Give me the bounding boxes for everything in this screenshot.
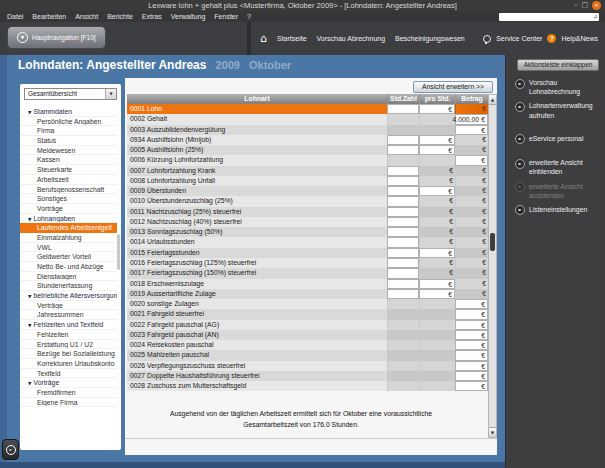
home-icon[interactable]: ⌂ (260, 33, 267, 44)
table-row-0027[interactable]: 0027 Doppelte Haushaltsführung steuerfre… (127, 371, 488, 381)
stdzahl-cell[interactable] (387, 258, 419, 268)
collapse-actionbar-button[interactable]: Aktionsleiste einklappen (517, 59, 599, 71)
table-row-0019[interactable]: 0019 Aussertarifliche Zulage€€ (127, 289, 488, 299)
maximize-icon[interactable]: □ (581, 1, 588, 10)
action-item-1[interactable]: ►Lohnartenverwaltung aufrufen (515, 101, 603, 119)
tree-item-14[interactable]: VWL (20, 243, 117, 253)
table-row-0011[interactable]: 0011 Nachtzuschlag (25%) steuerfrei€€ (127, 207, 488, 217)
menu-item-0[interactable]: Datei (7, 13, 23, 20)
betrag-cell[interactable]: € (455, 155, 488, 165)
betrag-cell[interactable]: € (455, 330, 488, 340)
prostd-cell[interactable]: € (419, 289, 455, 299)
table-row-0024[interactable]: 0024 Reisekosten pauschal€ (127, 340, 488, 350)
scrollbar-thumb[interactable] (490, 233, 495, 251)
bulb-icon[interactable] (483, 35, 491, 43)
help-news-link[interactable]: Help&News (561, 35, 598, 42)
table-row-0007[interactable]: 0007 Lohnfortzahlung Krank€€ (127, 166, 488, 176)
table-row-0016[interactable]: 0016 Feiertagszuschlag (125%) steuerfrei… (127, 258, 488, 268)
menu-item-1[interactable]: Bearbeiten (32, 13, 66, 20)
hauptnavigation-toggle-button[interactable]: ▸ (2, 439, 19, 460)
tree-item-30[interactable]: Eigene Firma (20, 398, 117, 408)
prostd-cell[interactable]: € (419, 186, 455, 196)
tree-item-3[interactable]: Status (20, 136, 117, 146)
stdzahl-cell[interactable] (387, 176, 419, 186)
menu-item-3[interactable]: Berichte (107, 13, 133, 20)
betrag-cell[interactable]: € (455, 371, 488, 381)
tree-item-6[interactable]: Steuerkarte (20, 165, 117, 175)
help-icon[interactable]: ? (547, 34, 556, 43)
scroll-up-icon[interactable]: ▲ (489, 95, 496, 105)
table-row-0006[interactable]: 0006 Kürzung Lohnfortzahlung€ (127, 155, 488, 165)
betrag-cell[interactable]: € (455, 309, 488, 319)
tree-item-29[interactable]: Fremdfirmen (20, 388, 117, 398)
tree-item-5[interactable]: Kassen (20, 155, 117, 165)
betrag-cell[interactable]: € (455, 299, 488, 309)
table-row-0021[interactable]: 0021 Fahrgeld steuerfrei€ (127, 309, 488, 319)
table-row-0008[interactable]: 0008 Lohnfortzahlung Unfall€€ (127, 176, 488, 186)
tree-item-10[interactable]: Vorträge (20, 204, 117, 214)
table-row-0028[interactable]: 0028 Zuschuss zum Mutterschaftsgeld€ (127, 381, 488, 391)
table-row-0022[interactable]: 0022 Fahrgeld pauschal (AG)€ (127, 320, 488, 330)
stdzahl-cell[interactable] (387, 279, 419, 289)
tree-item-4[interactable]: Meldewesen (20, 146, 117, 156)
prostd-cell[interactable]: € (419, 135, 455, 145)
stdzahl-cell[interactable] (387, 166, 419, 176)
prostd-cell[interactable]: € (419, 104, 455, 114)
tree-item-18[interactable]: Stundenerfassung (20, 281, 117, 291)
betrag-cell[interactable]: € (455, 125, 488, 135)
tree-section-19[interactable]: ▼betriebliche Altersversorgung (20, 291, 117, 301)
tree-item-21[interactable]: Jahressummen (20, 310, 117, 320)
action-item-0[interactable]: ►Vorschau Lohnabrechnung (515, 78, 603, 96)
betrag-cell[interactable]: € (455, 350, 488, 360)
betrag-cell[interactable]: € (455, 361, 488, 371)
tree-item-15[interactable]: Geldwerter Vorteil (20, 252, 117, 262)
tree-section-28[interactable]: ▼Vorträge (20, 378, 117, 388)
menu-item-4[interactable]: Extras (142, 13, 162, 20)
tree-item-20[interactable]: Verträge (20, 301, 117, 311)
betrag-cell[interactable]: € (455, 104, 488, 114)
toolbar-item-2[interactable]: Bescheinigungswesen (395, 35, 465, 42)
view-select-dropdown[interactable]: Gesamtübersicht ▼ (24, 88, 117, 100)
scroll-down-icon[interactable]: ▼ (489, 427, 496, 437)
stdzahl-cell[interactable] (387, 237, 419, 247)
stdzahl-cell[interactable] (387, 104, 419, 114)
expand-view-button[interactable]: Ansicht erweitern >> (413, 81, 493, 93)
prostd-cell[interactable]: € (419, 145, 455, 155)
stdzahl-cell[interactable] (387, 196, 419, 206)
stdzahl-cell[interactable] (387, 227, 419, 237)
search-input[interactable]: ⌕ (499, 13, 599, 21)
stdzahl-cell[interactable] (387, 145, 419, 155)
stdzahl-cell[interactable] (387, 217, 419, 227)
tree-item-2[interactable]: Firma (20, 126, 117, 136)
tree-item-24[interactable]: Erstattung U1 / U2 (20, 340, 117, 350)
tree-item-16[interactable]: Netto Be- und Abzüge (20, 262, 117, 272)
tree-item-7[interactable]: Arbeitszeit (20, 175, 117, 185)
tree-item-13[interactable]: Einmalzahlung (20, 233, 117, 243)
menu-item-2[interactable]: Ansicht (75, 13, 98, 20)
menu-item-6[interactable]: Fenster (214, 13, 238, 20)
table-row-0002[interactable]: 0002 Gehalt4.000,00€ (127, 114, 488, 124)
menu-item-5[interactable]: Verwaltung (171, 13, 206, 20)
column-header-stdzahl[interactable]: Std.Zahl (387, 94, 419, 104)
stdzahl-cell[interactable] (387, 207, 419, 217)
table-row-0025[interactable]: 0025 Mahlzeiten pauschal€ (127, 350, 488, 360)
service-center-link[interactable]: Service Center (496, 35, 542, 42)
tree-section-0[interactable]: ▼Stammdaten (20, 107, 117, 117)
prostd-cell[interactable]: € (419, 248, 455, 258)
tree-item-25[interactable]: Bezüge bei Sozialleistung (20, 349, 117, 359)
betrag-cell[interactable]: 4.000,00€ (455, 114, 488, 124)
stdzahl-cell[interactable] (387, 135, 419, 145)
close-icon[interactable]: × (592, 1, 601, 10)
tree-item-9[interactable]: Sonstiges (20, 194, 117, 204)
tree-section-22[interactable]: ▼Fehlzeiten und Textfeld (20, 320, 117, 330)
table-row-0003[interactable]: 0003 Auszubildendenvergütung€ (127, 125, 488, 135)
nav-scrollbar-thumb[interactable] (117, 234, 120, 270)
toolbar-item-0[interactable]: Startseite (277, 35, 307, 42)
column-header-prostd[interactable]: pro Std. (419, 94, 455, 104)
tree-item-27[interactable]: Textfeld (20, 369, 117, 379)
table-row-0020[interactable]: 0020 sonstige Zulagen€ (127, 299, 488, 309)
stdzahl-cell[interactable] (387, 186, 419, 196)
betrag-cell[interactable]: € (455, 381, 488, 391)
table-row-0013[interactable]: 0013 Sonntagszuschlag (50%)€€ (127, 227, 488, 237)
tree-section-11[interactable]: ▼Lohnangaben (20, 214, 117, 224)
